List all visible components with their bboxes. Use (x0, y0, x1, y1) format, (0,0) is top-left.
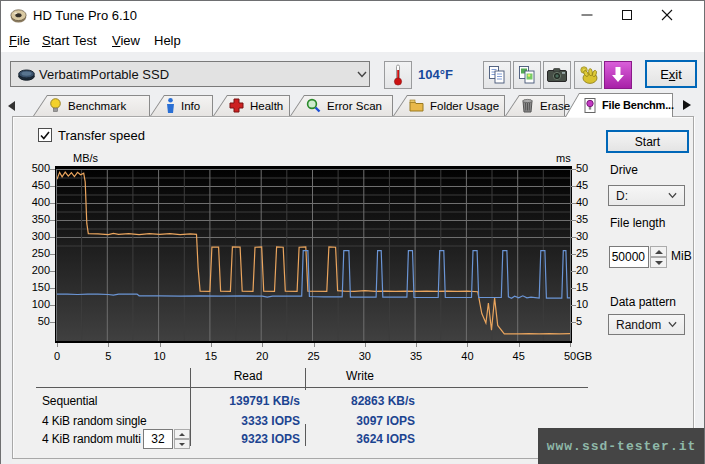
maximize-icon (621, 9, 633, 21)
y-left-tick-label: 200 (10, 264, 50, 276)
copy-text-icon (487, 65, 507, 85)
drive-select-combo[interactable]: VerbatimPortable SSD (10, 61, 370, 87)
trash-icon (521, 98, 534, 113)
file-length-input[interactable]: 50000 (609, 246, 649, 268)
minimize-button[interactable] (567, 0, 607, 30)
tab-scroll-left-icon[interactable] (8, 101, 15, 111)
y-left-tick-label: 400 (10, 196, 50, 208)
x-tick-label: 20 (242, 350, 282, 362)
table-header-rule (36, 387, 588, 388)
start-button[interactable]: Start (606, 130, 689, 153)
series-transfer-speed (57, 172, 570, 334)
tab-folder-usage[interactable]: Folder Usage (393, 95, 505, 116)
menu-start-test[interactable]: Start Test (42, 33, 97, 48)
x-tick-mark (365, 343, 366, 347)
tab-file-benchmark[interactable]: File Benchm... (565, 93, 673, 117)
camera-icon (547, 68, 567, 82)
chevron-down-icon (668, 191, 677, 200)
y-left-tick-mark (50, 237, 55, 238)
row-random-single-write: 3097 IOPS (295, 414, 415, 428)
x-tick-label: 40 (447, 350, 487, 362)
y-left-tick-label: 50 (10, 315, 50, 327)
drive-label: Drive (610, 163, 638, 177)
temperature-button[interactable] (384, 61, 412, 89)
tab-erase[interactable]: Erase (505, 95, 565, 116)
drive-select-value: VerbatimPortable SSD (39, 67, 169, 82)
row-random-single-label: 4 KiB random single (42, 414, 147, 428)
row-random-multi-read: 9323 IOPS (180, 432, 300, 446)
y-right-tick-label: 30 (576, 230, 588, 242)
y-left-tick-mark (50, 169, 55, 170)
tab-error-scan[interactable]: Error Scan (290, 95, 393, 116)
close-icon (661, 9, 673, 21)
tab-health[interactable]: Health (213, 95, 290, 116)
x-tick-mark (570, 343, 571, 347)
x-tick-label: 35 (396, 350, 436, 362)
y-left-tick-label: 450 (10, 179, 50, 191)
y-right-tick-label: 45 (576, 179, 588, 191)
multi-count-input[interactable]: 32 (143, 429, 173, 449)
tab-info[interactable]: Info (150, 95, 213, 116)
y-right-axis-unit: ms (556, 152, 571, 164)
file-length-up-button[interactable] (650, 246, 667, 257)
x-tick-mark (416, 343, 417, 347)
app-icon (10, 7, 27, 24)
x-tick-mark (160, 343, 161, 347)
row-random-single-read: 3333 IOPS (180, 414, 300, 428)
exit-button[interactable]: Exit (645, 60, 697, 88)
tab-scroll-right-icon[interactable] (683, 100, 691, 110)
tab-benchmark[interactable]: Benchmark (33, 95, 150, 116)
y-right-tick-mark (571, 203, 576, 204)
benchmark-chart (55, 166, 572, 343)
y-right-tick-label: 10 (576, 298, 588, 310)
file-benchmark-icon (584, 98, 596, 113)
y-left-axis-unit: MB/s (73, 152, 98, 164)
disk-icon (18, 68, 35, 81)
x-tick-mark (57, 343, 58, 347)
health-icon (229, 98, 244, 113)
y-right-tick-label: 25 (576, 247, 588, 259)
data-pattern-label: Data pattern (610, 295, 676, 309)
menu-file[interactable]: File (9, 33, 30, 48)
screenshot-button[interactable] (543, 61, 571, 89)
copy-image-button[interactable] (513, 61, 541, 89)
y-right-tick-mark (571, 237, 576, 238)
copy-text-button[interactable] (483, 61, 511, 89)
info-icon (166, 98, 175, 113)
file-length-unit: MiB (671, 249, 692, 263)
close-button[interactable] (647, 0, 687, 30)
maximize-button[interactable] (607, 0, 647, 30)
y-left-tick-mark (50, 305, 55, 306)
x-tick-label: 10 (140, 350, 180, 362)
x-tick-label: 0 (37, 350, 77, 362)
data-pattern-combo[interactable]: Random (608, 314, 685, 335)
y-left-tick-label: 500 (10, 162, 50, 174)
transfer-speed-label: Transfer speed (58, 128, 145, 143)
row-sequential-label: Sequential (42, 394, 97, 408)
y-left-tick-label: 150 (10, 281, 50, 293)
y-right-tick-mark (571, 186, 576, 187)
y-left-tick-mark (50, 220, 55, 221)
file-length-down-button[interactable] (650, 257, 667, 268)
read-header: Read (188, 369, 308, 383)
y-left-tick-label: 350 (10, 213, 50, 225)
x-tick-label: 45 (499, 350, 539, 362)
menu-view[interactable]: View (112, 33, 140, 48)
donate-button[interactable] (574, 61, 602, 89)
y-right-tick-mark (571, 271, 576, 272)
x-tick-mark (467, 343, 468, 347)
row-random-multi-write: 3624 IOPS (295, 432, 415, 446)
y-left-tick-mark (50, 288, 55, 289)
checkmark-icon (40, 131, 50, 140)
download-arrow-icon (610, 66, 626, 84)
y-right-tick-mark (571, 305, 576, 306)
data-pattern-value: Random (616, 318, 668, 332)
download-button[interactable] (604, 61, 632, 89)
menu-help[interactable]: Help (154, 33, 181, 48)
y-right-tick-label: 15 (576, 281, 588, 293)
row-sequential-read: 139791 KB/s (180, 394, 300, 408)
row-random-multi-label: 4 KiB random multi (42, 432, 141, 446)
drive-combo[interactable]: D: (608, 185, 685, 206)
y-right-tick-label: 50 (576, 162, 588, 174)
transfer-speed-checkbox[interactable] (38, 128, 52, 142)
